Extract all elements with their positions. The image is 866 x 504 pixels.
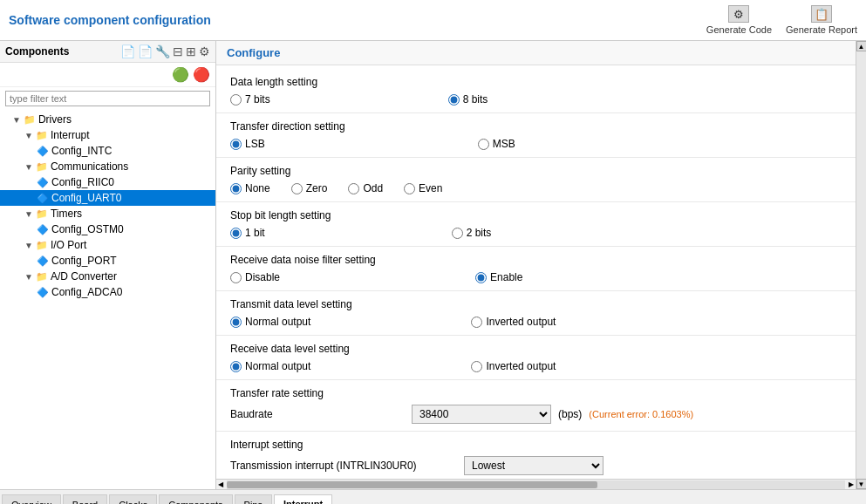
radio-1bit[interactable]: 1 bit (230, 227, 265, 239)
left-panel-toolbar: 📄 📄 🔧 ⊟ ⊞ ⚙ (120, 44, 210, 58)
radio-inverted-in[interactable]: Inverted output (471, 360, 556, 372)
page-title: Software component configuration (9, 13, 211, 27)
radio-group-transmit-level: Normal output Inverted output (230, 316, 842, 328)
add-icon[interactable]: 🟢 (172, 66, 189, 83)
section-title-data-length: Data length setting (230, 76, 842, 88)
radio-group-transfer-direction: LSB MSB (230, 138, 842, 150)
radio-zero[interactable]: Zero (291, 182, 328, 194)
toolbar-btn-6[interactable]: ⚙ (199, 44, 210, 58)
generate-report-button[interactable]: 📋 Generate Report (786, 5, 857, 35)
tree: ▼ 📁 Drivers ▼ 📁 Interrupt 🔷 Config_INTC … (0, 110, 215, 489)
left-panel-header: Components 📄 📄 🔧 ⊟ ⊞ ⚙ (0, 41, 215, 63)
filter-input[interactable] (5, 91, 210, 106)
radio-group-noise-filter: Disable Enable (230, 271, 842, 283)
radio-none[interactable]: None (230, 182, 270, 194)
generate-code-button[interactable]: ⚙ Generate Code (706, 5, 772, 35)
component-icon: 🔷 (37, 146, 49, 157)
tree-item-communications[interactable]: ▼ 📁 Communications (0, 159, 215, 174)
chevron-icon: ▼ (24, 209, 33, 219)
toolbar-btn-5[interactable]: ⊞ (186, 44, 196, 58)
section-interrupt: Interrupt setting Transmission interrupt… (216, 432, 856, 479)
right-scrollbar[interactable]: ▲ ▼ (856, 41, 866, 489)
radio-normal-out[interactable]: Normal output (230, 316, 310, 328)
folder-icon: 📁 (36, 161, 48, 173)
tab-board[interactable]: Board (63, 494, 107, 504)
toolbar-btn-1[interactable]: 📄 (120, 44, 135, 58)
toolbar-btn-3[interactable]: 🔧 (155, 44, 170, 58)
section-data-length: Data length setting 7 bits 8 bits (216, 69, 856, 113)
component-icon: 🔷 (37, 255, 49, 267)
title-actions: ⚙ Generate Code 📋 Generate Report (706, 5, 857, 35)
baudrate-row: Baudrate 9600 19200 38400 57600 115200 (… (230, 405, 842, 424)
radio-inverted-out[interactable]: Inverted output (471, 316, 556, 328)
section-title-stop-bit: Stop bit length setting (230, 209, 842, 221)
section-title-receive-level: Receive data level setting (230, 343, 842, 355)
scroll-thumb[interactable] (227, 481, 597, 488)
horizontal-scrollbar[interactable]: ◀ ▶ (216, 479, 856, 489)
scroll-left-arrow[interactable]: ◀ (216, 480, 225, 488)
tree-item-config-uart0[interactable]: 🔷 Config_UART0 (0, 190, 215, 206)
tab-interrupt[interactable]: Interrupt (274, 494, 332, 504)
tree-item-config-ostm0[interactable]: 🔷 Config_OSTM0 (0, 221, 215, 237)
radio-disable[interactable]: Disable (230, 271, 280, 283)
radio-odd[interactable]: Odd (348, 182, 383, 194)
radio-enable[interactable]: Enable (475, 271, 522, 283)
folder-icon: 📁 (36, 130, 48, 141)
chevron-icon: ▼ (24, 162, 33, 172)
tree-item-timers[interactable]: ▼ 📁 Timers (0, 206, 215, 221)
radio-7bits[interactable]: 7 bits (230, 93, 270, 106)
section-title-transfer-direction: Transfer direction setting (230, 120, 842, 133)
toolbar-btn-2[interactable]: 📄 (138, 44, 153, 58)
section-parity: Parity setting None Zero Odd Even (216, 158, 856, 202)
tree-item-config-riic0[interactable]: 🔷 Config_RIIC0 (0, 174, 215, 190)
radio-msb[interactable]: MSB (478, 138, 515, 150)
section-title-parity: Parity setting (230, 165, 842, 177)
chevron-icon: ▼ (24, 131, 33, 140)
left-panel-action-icons: 🟢 🔴 (0, 63, 215, 87)
baudrate-select[interactable]: 9600 19200 38400 57600 115200 (412, 405, 551, 424)
radio-8bits[interactable]: 8 bits (448, 93, 488, 106)
chevron-icon: ▼ (12, 115, 21, 125)
left-panel-title: Components (5, 45, 69, 58)
chevron-icon: ▼ (24, 241, 33, 250)
radio-even[interactable]: Even (404, 182, 442, 194)
tree-item-config-port[interactable]: 🔷 Config_PORT (0, 253, 215, 269)
section-stop-bit: Stop bit length setting 1 bit 2 bits (216, 202, 856, 247)
folder-icon: 📁 (36, 271, 48, 283)
scroll-down-arrow[interactable]: ▼ (856, 479, 867, 489)
scroll-right-arrow[interactable]: ▶ (847, 480, 856, 488)
folder-icon: 📁 (36, 240, 48, 251)
tab-clocks[interactable]: Clocks (109, 494, 157, 504)
baudrate-label: Baudrate (230, 408, 405, 420)
chevron-icon: ▼ (24, 272, 33, 282)
tree-item-config-adca0[interactable]: 🔷 Config_ADCA0 (0, 284, 215, 300)
scroll-up-arrow[interactable]: ▲ (856, 41, 867, 51)
tab-overview[interactable]: Overview (2, 494, 61, 504)
radio-lsb[interactable]: LSB (230, 138, 265, 150)
tree-item-ad-converter[interactable]: ▼ 📁 A/D Converter (0, 269, 215, 284)
section-title-transmit-level: Transmit data level setting (230, 298, 842, 310)
tree-item-interrupt[interactable]: ▼ 📁 Interrupt (0, 127, 215, 143)
right-panel: Configure Data length setting 7 bits 8 b… (216, 41, 856, 489)
radio-2bits[interactable]: 2 bits (452, 227, 492, 239)
bottom-tabs: Overview Board Clocks Components Pins In… (0, 489, 866, 504)
radio-normal-in[interactable]: Normal output (230, 360, 310, 372)
tree-item-config-intc[interactable]: 🔷 Config_INTC (0, 143, 215, 159)
tree-item-io-port[interactable]: ▼ 📁 I/O Port (0, 237, 215, 253)
interrupt-select[interactable]: Lowest Low Medium High Highest (464, 456, 603, 475)
configure-header: Configure (216, 41, 856, 65)
vertical-scroll-track[interactable] (856, 51, 866, 479)
component-icon: 🔷 (37, 193, 49, 204)
component-icon: 🔷 (37, 177, 49, 188)
radio-group-parity: None Zero Odd Even (230, 182, 842, 194)
generate-report-icon: 📋 (811, 5, 832, 23)
component-icon: 🔷 (37, 287, 49, 298)
toolbar-btn-4[interactable]: ⊟ (173, 44, 183, 58)
radio-group-stop-bit: 1 bit 2 bits (230, 227, 842, 239)
tree-item-drivers[interactable]: ▼ 📁 Drivers (0, 112, 215, 127)
tab-pins[interactable]: Pins (235, 494, 272, 504)
tab-components[interactable]: Components (159, 494, 232, 504)
title-bar: Software component configuration ⚙ Gener… (0, 0, 866, 41)
remove-icon[interactable]: 🔴 (193, 66, 210, 83)
scroll-track[interactable] (227, 480, 845, 489)
